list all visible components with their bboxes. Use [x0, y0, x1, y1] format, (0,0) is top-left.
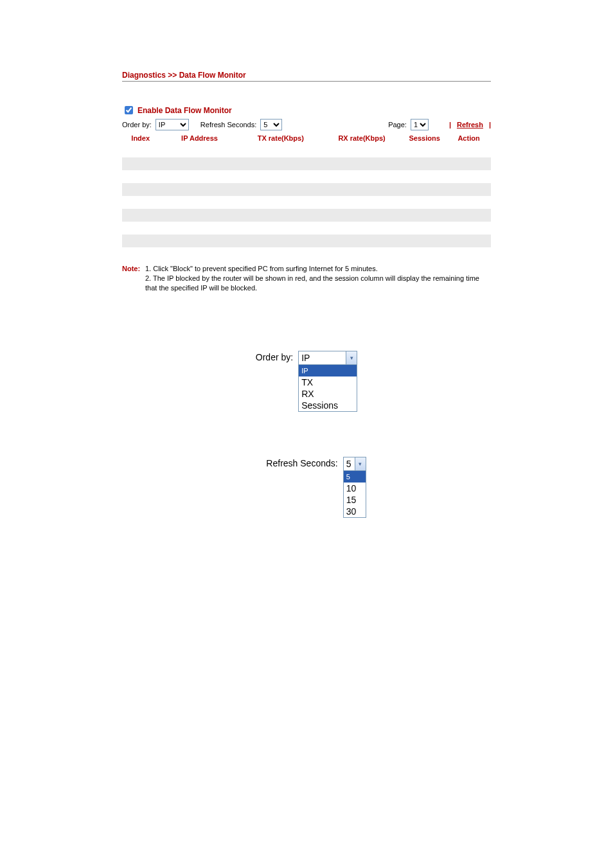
combo-option[interactable]: 5: [344, 471, 366, 483]
combo-option[interactable]: 10: [344, 483, 366, 494]
demo-refresh-value: 5: [344, 459, 354, 469]
order-by-label: Order by:: [122, 121, 152, 128]
table-header: TX rate(Kbps): [240, 132, 321, 145]
enable-label: Enable Data Flow Monitor: [138, 106, 232, 115]
table-header: IP Address: [159, 132, 240, 145]
table-row: [122, 196, 491, 209]
table-header: Action: [447, 132, 491, 145]
refresh-seconds-select[interactable]: 5: [260, 119, 282, 130]
demo-orderby-combo[interactable]: IP ▾ IPTXRXSessions: [298, 351, 357, 412]
combo-option[interactable]: IP: [299, 365, 357, 376]
table-row: [122, 183, 491, 196]
chevron-down-icon[interactable]: ▾: [346, 351, 357, 364]
combo-option[interactable]: TX: [299, 376, 357, 388]
refresh-link[interactable]: Refresh: [457, 121, 483, 128]
note-label: Note:: [122, 264, 145, 293]
table-header: Sessions: [402, 132, 447, 145]
table-row: [122, 209, 491, 222]
table-header: Index: [122, 132, 159, 145]
demo-refresh-label: Refresh Seconds:: [266, 457, 337, 468]
table-header: RX rate(Kbps): [321, 132, 402, 145]
combo-option[interactable]: 30: [344, 506, 366, 517]
table-row: [122, 157, 491, 170]
table-row: [122, 145, 491, 157]
demo-refresh-combo[interactable]: 5 ▾ 5101530: [343, 457, 366, 518]
note-text: 1. Click "Block" to prevent specified PC…: [145, 264, 491, 293]
chevron-down-icon[interactable]: ▾: [355, 457, 366, 470]
breadcrumb: Diagnostics >> Data Flow Monitor: [122, 71, 491, 82]
page-select[interactable]: 1: [411, 119, 429, 130]
table-row: [122, 235, 491, 247]
combo-option[interactable]: 15: [344, 494, 366, 506]
order-by-select[interactable]: IP: [155, 119, 189, 130]
combo-option[interactable]: Sessions: [299, 400, 357, 411]
enable-checkbox[interactable]: [125, 106, 133, 114]
table-row: [122, 247, 491, 260]
pipe: |: [489, 121, 491, 128]
data-flow-table: IndexIP AddressTX rate(Kbps)RX rate(Kbps…: [122, 132, 491, 260]
table-row: [122, 222, 491, 235]
demo-orderby-label: Order by:: [256, 351, 293, 362]
table-row: [122, 170, 491, 183]
pipe: |: [449, 121, 451, 128]
demo-orderby-value: IP: [299, 353, 312, 363]
page-label: Page:: [388, 121, 407, 128]
combo-option[interactable]: RX: [299, 388, 357, 400]
refresh-seconds-label: Refresh Seconds:: [200, 121, 256, 128]
